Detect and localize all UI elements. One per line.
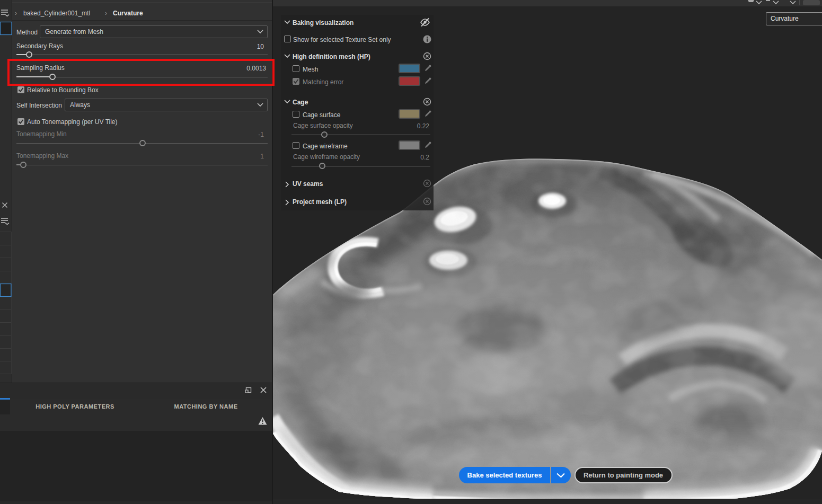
svg-text:Bake selected textures: Bake selected textures xyxy=(467,471,542,479)
svg-text:Return to painting mode: Return to painting mode xyxy=(584,471,663,479)
